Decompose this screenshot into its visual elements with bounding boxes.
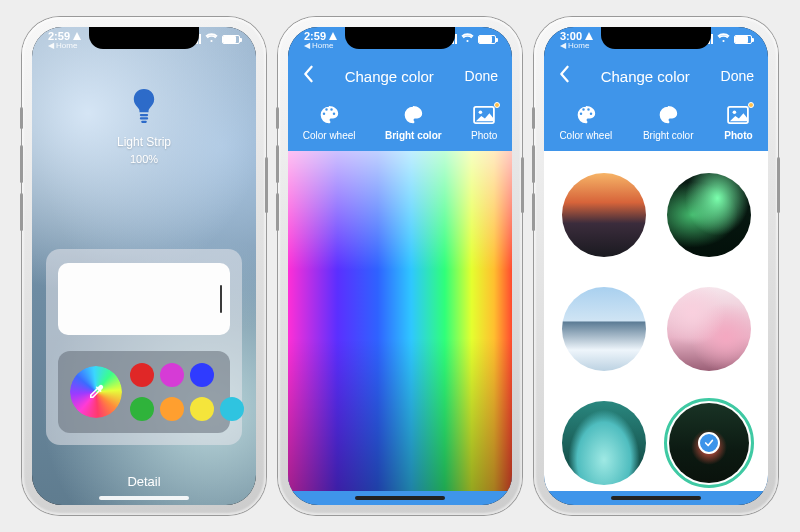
swatch-cyan[interactable] (220, 397, 244, 421)
color-picker-wheel[interactable] (70, 366, 122, 418)
back-button[interactable] (558, 65, 570, 87)
nav-bar: Change color Done (288, 59, 512, 93)
page-title: Change color (345, 68, 434, 85)
tab-label: Color wheel (303, 130, 356, 141)
detail-button[interactable]: Detail (32, 474, 256, 489)
done-button[interactable]: Done (721, 68, 754, 84)
photo-thumb-sunset[interactable] (562, 173, 646, 257)
tab-row: Color wheel Bright color Photo (288, 95, 512, 149)
color-gradient-picker[interactable] (288, 151, 512, 491)
device-name: Light Strip (117, 135, 171, 149)
tab-bright-color[interactable]: Bright color (385, 104, 442, 141)
photo-thumb-mountain[interactable] (562, 287, 646, 371)
palette-icon (574, 104, 598, 126)
swatch-orange[interactable] (160, 397, 184, 421)
photo-thumb-lagoon[interactable] (562, 401, 646, 485)
photo-thumb-city-selected[interactable] (664, 398, 754, 488)
wifi-icon (717, 33, 730, 45)
notification-dot-icon (494, 102, 500, 108)
swatch-magenta[interactable] (160, 363, 184, 387)
control-panel (46, 249, 242, 445)
svg-point-4 (479, 110, 483, 114)
nav-bar: Change color Done (544, 59, 768, 93)
brightness-slider[interactable] (58, 263, 230, 335)
photo-icon (726, 104, 750, 126)
phone-frame-1: 2:59 ◀ Home Light Strip 100% (22, 17, 266, 515)
photo-icon (472, 104, 496, 126)
wifi-icon (461, 33, 474, 45)
battery-icon (222, 35, 240, 44)
svg-rect-0 (140, 114, 148, 116)
notification-dot-icon (748, 102, 754, 108)
tab-row: Color wheel Bright color Photo (544, 95, 768, 149)
eyedropper-icon (87, 383, 105, 401)
tab-label: Bright color (385, 130, 442, 141)
svg-rect-1 (140, 117, 148, 119)
tab-bright-color[interactable]: Bright color (643, 104, 694, 141)
home-indicator[interactable] (355, 496, 445, 500)
breadcrumb-home[interactable]: ◀ Home (48, 42, 81, 50)
phone-frame-2: 2:59 ◀ Home Change color Done Color whee… (278, 17, 522, 515)
swatch-blue[interactable] (190, 363, 214, 387)
tab-label: Photo (471, 130, 497, 141)
swatch-green[interactable] (130, 397, 154, 421)
back-button[interactable] (302, 65, 314, 87)
battery-icon (478, 35, 496, 44)
color-swatch-row (58, 351, 230, 433)
screen-1: 2:59 ◀ Home Light Strip 100% (32, 27, 256, 505)
tab-photo[interactable]: Photo (724, 104, 752, 141)
palette-bright-icon (656, 104, 680, 126)
swatch-yellow[interactable] (190, 397, 214, 421)
photo-thumb-aurora[interactable] (667, 173, 751, 257)
palette-bright-icon (401, 104, 425, 126)
tab-color-wheel[interactable]: Color wheel (559, 104, 612, 141)
checkmark-icon (698, 432, 720, 454)
battery-icon (734, 35, 752, 44)
photo-thumb-blossom[interactable] (667, 287, 751, 371)
tab-label: Photo (724, 130, 752, 141)
brightness-percent: 100% (130, 153, 158, 165)
home-indicator[interactable] (99, 496, 189, 500)
photo-grid (544, 151, 768, 491)
palette-icon (317, 104, 341, 126)
phone-frame-3: 3:00 ◀ Home Change color Done Color whee… (534, 17, 778, 515)
done-button[interactable]: Done (465, 68, 498, 84)
tab-color-wheel[interactable]: Color wheel (303, 104, 356, 141)
swatch-red[interactable] (130, 363, 154, 387)
breadcrumb-home[interactable]: ◀ Home (304, 42, 337, 50)
tab-label: Bright color (643, 130, 694, 141)
bulb-icon (130, 89, 158, 127)
tab-photo[interactable]: Photo (471, 104, 497, 141)
screen-2: 2:59 ◀ Home Change color Done Color whee… (288, 27, 512, 505)
screen-3: 3:00 ◀ Home Change color Done Color whee… (544, 27, 768, 505)
home-indicator[interactable] (611, 496, 701, 500)
svg-point-6 (733, 110, 737, 114)
wifi-icon (205, 33, 218, 45)
breadcrumb-home[interactable]: ◀ Home (560, 42, 593, 50)
svg-rect-2 (141, 121, 147, 123)
page-title: Change color (601, 68, 690, 85)
tab-label: Color wheel (559, 130, 612, 141)
